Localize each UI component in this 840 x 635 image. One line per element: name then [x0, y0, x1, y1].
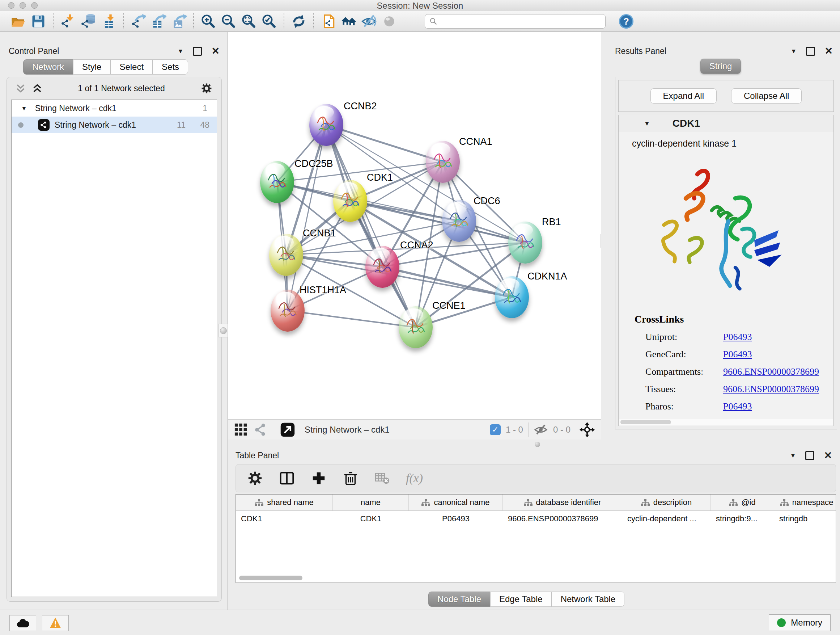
gear-icon[interactable]: [201, 82, 213, 95]
network-node-hist1h1a[interactable]: [271, 290, 305, 332]
column-header-database-identifier[interactable]: database identifier: [503, 494, 622, 510]
network-node-ccna1[interactable]: [426, 141, 460, 183]
crosslink-value-link[interactable]: 9606.ENSP00000378699: [723, 366, 819, 377]
hidden-eye-icon[interactable]: [534, 423, 548, 437]
toolbar-import-network-database-button[interactable]: [78, 12, 98, 30]
tab-network-table[interactable]: Network Table: [552, 592, 625, 607]
create-column-button[interactable]: [310, 470, 327, 486]
crosslink-value-link[interactable]: 9606.ENSP00000378699: [723, 384, 819, 394]
search-field[interactable]: [425, 14, 606, 29]
protein-thumbnail: [431, 149, 454, 175]
table-cell[interactable]: stringdb:9...: [711, 514, 774, 524]
network-node-cdc6[interactable]: [442, 200, 476, 242]
toolbar-zoom-fit-button[interactable]: [239, 12, 259, 30]
toolbar-save-session-button[interactable]: [28, 12, 49, 30]
network-node-rb1[interactable]: [508, 222, 542, 264]
network-node-ccnb1[interactable]: [269, 234, 303, 276]
column-header-shared-name[interactable]: shared name: [236, 494, 333, 510]
expand-all-button[interactable]: Expand All: [651, 88, 717, 103]
table-cell[interactable]: CDK1: [333, 514, 409, 524]
show-column-button[interactable]: [279, 470, 295, 486]
network-node-ccna2[interactable]: [365, 246, 399, 288]
tab-select[interactable]: Select: [111, 59, 153, 74]
svg-text:?: ?: [623, 16, 629, 27]
warning-status-button[interactable]: [42, 615, 69, 631]
column-header-canonical-name[interactable]: canonical name: [409, 494, 503, 510]
toolbar-zoom-in-button[interactable]: [198, 12, 218, 30]
protein-thumbnail: [404, 314, 427, 340]
table-panel-close-icon[interactable]: ✕: [824, 451, 832, 461]
tab-string[interactable]: String: [700, 59, 741, 74]
column-header-name[interactable]: name: [333, 494, 409, 510]
search-input[interactable]: [438, 15, 602, 28]
network-row-selected[interactable]: String Network – cdk1 11 48: [11, 117, 217, 133]
table-settings-button[interactable]: [247, 470, 264, 486]
results-panel-menu-icon[interactable]: ▼: [791, 48, 797, 54]
gene-collapse-icon[interactable]: ▼: [644, 120, 650, 127]
column-header-description[interactable]: description: [622, 494, 711, 510]
network-node-cdk1[interactable]: [333, 180, 367, 222]
crosslink-value-link[interactable]: P06493: [723, 349, 752, 360]
network-node-ccne1[interactable]: [399, 306, 433, 348]
network-node-ccnb2[interactable]: [309, 104, 343, 146]
crosslink-value-link[interactable]: P06493: [723, 401, 752, 412]
control-panel-float-icon[interactable]: [193, 47, 202, 56]
tab-style[interactable]: Style: [73, 59, 111, 74]
tab-edge-table[interactable]: Edge Table: [490, 592, 552, 607]
horizontal-splitter-handle[interactable]: [535, 442, 540, 447]
open-view-icon[interactable]: [280, 422, 295, 437]
toolbar-export-table-button[interactable]: [148, 12, 169, 30]
control-panel-close-icon[interactable]: ✕: [211, 46, 219, 56]
crosslink-value-link[interactable]: P06493: [723, 332, 752, 342]
toolbar-import-table-button[interactable]: [98, 12, 118, 30]
column-header--id[interactable]: @id: [711, 494, 774, 510]
table-horizontal-scrollbar[interactable]: [239, 576, 302, 580]
collapse-all-button[interactable]: Collapse All: [731, 88, 802, 103]
network-node-cdkn1a[interactable]: [495, 276, 529, 318]
column-header-namespace[interactable]: namespace: [774, 494, 836, 510]
toolbar-open-session-button[interactable]: [8, 12, 28, 30]
table-panel-float-icon[interactable]: [805, 451, 814, 460]
results-horizontal-scrollbar[interactable]: [619, 419, 833, 425]
expand-all-chevron-icon[interactable]: [32, 83, 42, 93]
toolbar-export-network-button[interactable]: [128, 12, 148, 30]
toolbar-network-from-selection-button[interactable]: [318, 12, 339, 30]
table-cell[interactable]: 9606.ENSP00000378699: [503, 514, 622, 524]
toolbar-separator: [53, 13, 54, 29]
tab-network[interactable]: Network: [23, 59, 73, 74]
toolbar-export-image-button[interactable]: [169, 12, 189, 30]
left-splitter-handle[interactable]: [218, 324, 228, 337]
selected-checkbox[interactable]: ✓: [490, 424, 501, 435]
table-cell[interactable]: stringdb: [774, 514, 836, 524]
table-cell[interactable]: P06493: [409, 514, 503, 524]
network-collection-row[interactable]: ▼ String Network – cdk1 1: [11, 100, 217, 117]
results-panel-float-icon[interactable]: [806, 47, 815, 56]
toolbar-home-button[interactable]: [339, 12, 359, 30]
help-button[interactable]: ?: [618, 13, 635, 30]
cloud-status-button[interactable]: [9, 615, 36, 631]
node-table[interactable]: shared namename canonical name database …: [235, 494, 836, 583]
table-panel-menu-icon[interactable]: ▼: [790, 453, 796, 459]
table-cell[interactable]: CDK1: [236, 514, 333, 524]
results-panel-close-icon[interactable]: ✕: [824, 46, 833, 56]
toolbar-graphics-details-on-button[interactable]: [379, 12, 399, 30]
control-panel-menu-icon[interactable]: ▼: [178, 48, 184, 54]
tab-sets[interactable]: Sets: [153, 59, 188, 74]
toolbar-graphics-details-off-button[interactable]: [359, 12, 379, 30]
toolbar-refresh-button[interactable]: [289, 12, 309, 30]
collapse-all-chevron-icon[interactable]: [16, 83, 26, 93]
network-node-cdc25b[interactable]: [260, 161, 294, 203]
grid-view-icon[interactable]: [234, 423, 248, 437]
string-share-icon[interactable]: [254, 423, 268, 437]
toolbar-zoom-out-button[interactable]: [218, 12, 239, 30]
crosshair-icon[interactable]: [579, 422, 595, 438]
memory-button[interactable]: Memory: [769, 614, 831, 631]
table-cell[interactable]: cyclin-dependent ...: [622, 514, 711, 524]
delete-column-button[interactable]: [342, 470, 359, 486]
tab-node-table[interactable]: Node Table: [428, 592, 490, 607]
network-canvas[interactable]: CCNB2CCNA1CDC25BCDK1CDC6RB1CCNB1CCNA2CDK…: [228, 32, 601, 419]
gene-entry-header[interactable]: ▼ CDK1: [619, 115, 834, 132]
tree-expand-icon[interactable]: ▼: [21, 105, 27, 111]
toolbar-import-network-file-button[interactable]: [58, 12, 78, 30]
toolbar-zoom-selected-button[interactable]: [259, 12, 279, 30]
